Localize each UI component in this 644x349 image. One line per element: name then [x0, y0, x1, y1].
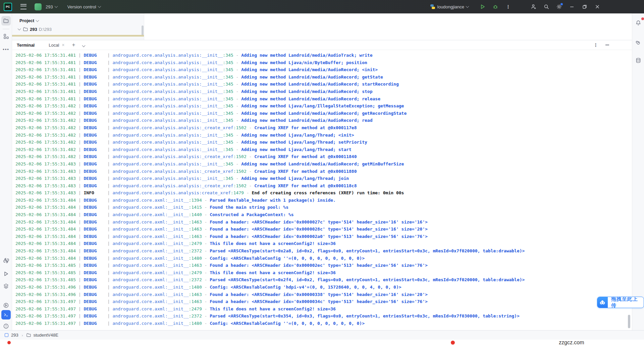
vcs-widget-label: Version control: [67, 4, 96, 9]
terminal-options-icon[interactable]: ⋮: [593, 42, 598, 48]
main-menu-icon[interactable]: [20, 4, 26, 9]
folder-icon: [26, 333, 31, 338]
log-line: 2025-02-06 17:55:31.483 | DEBUG | androg…: [15, 175, 632, 182]
terminal-tool-icon[interactable]: [1, 310, 11, 319]
upload-drop-button[interactable]: 拖拽至此上传: [597, 297, 644, 308]
tree-root-path: D:\293: [39, 27, 52, 32]
log-line: 2025-02-06 17:55:31.481 | DEBUG | androg…: [15, 59, 632, 66]
log-line: 2025-02-06 17:55:31.484 | DEBUG | androg…: [15, 255, 632, 262]
settings-gear-icon[interactable]: [554, 2, 564, 11]
services-tool-icon[interactable]: [1, 281, 11, 291]
log-line: 2025-02-06 17:55:31.481 | DEBUG | androg…: [15, 73, 632, 81]
project-switcher[interactable]: 293: [43, 3, 60, 11]
log-line: 2025-02-06 17:55:31.482 | DEBUG | androg…: [15, 124, 632, 132]
log-line: 2025-02-06 17:55:31.484 | DEBUG | androg…: [15, 247, 632, 255]
project-square-icon: [5, 333, 8, 337]
log-line: 2025-02-06 17:55:31.481 | DEBUG | androg…: [15, 81, 632, 88]
log-line: 2025-02-06 17:55:31.485 | DEBUG | androg…: [15, 276, 632, 284]
structure-tool-icon[interactable]: [1, 32, 11, 41]
log-line: 2025-02-06 17:55:31.484 | DEBUG | androg…: [15, 218, 632, 226]
project-switcher-label: 293: [46, 4, 53, 9]
notification-badge-dot: [641, 17, 644, 20]
log-line: 2025-02-06 17:55:31.484 | DEBUG | androg…: [15, 233, 632, 240]
terminal-tab-dropdown-icon[interactable]: [83, 42, 85, 48]
log-line: 2025-02-06 17:55:31.483 | DEBUG | androg…: [15, 160, 632, 168]
terminal-log[interactable]: 2025-02-06 17:55:31.481 | DEBUG | androg…: [12, 50, 632, 330]
log-lines: 2025-02-06 17:55:31.481 | DEBUG | androg…: [15, 52, 632, 327]
log-line: 2025-02-06 17:55:31.481 | DEBUG | androg…: [15, 52, 632, 59]
log-line: 2025-02-06 17:55:31.482 | DEBUG | androg…: [15, 102, 632, 110]
interpreter-selector[interactable]: loudongjiance: [427, 3, 471, 11]
tab-close-icon[interactable]: ×: [62, 43, 64, 47]
log-line: 2025-02-06 17:55:31.482 | DEBUG | androg…: [15, 110, 632, 117]
watermark: zzgcz.com: [559, 340, 584, 346]
new-terminal-tab-button[interactable]: +: [72, 42, 75, 48]
debug-button[interactable]: [491, 2, 500, 11]
problems-tool-icon[interactable]: [1, 321, 11, 331]
upload-drop-label: 拖拽至此上传: [608, 297, 644, 308]
log-line: 2025-02-06 17:55:31.484 | DEBUG | androg…: [15, 204, 632, 211]
breadcrumb-folder[interactable]: studentV48E: [33, 333, 58, 338]
database-tool-icon[interactable]: [634, 56, 643, 65]
log-line: 2025-02-06 17:55:31.484 | DEBUG | androg…: [15, 197, 632, 204]
log-line: 2025-02-06 17:55:31.482 | DEBUG | androg…: [15, 146, 632, 153]
log-line: 2025-02-06 17:55:31.497 | DEBUG | androg…: [15, 305, 632, 313]
terminal-title: Terminal: [17, 43, 35, 48]
log-line: 2025-02-06 17:55:31.485 | DEBUG | androg…: [15, 262, 632, 269]
log-line: 2025-02-06 17:55:31.484 | DEBUG | androg…: [15, 240, 632, 247]
search-icon[interactable]: [542, 2, 551, 11]
close-button[interactable]: [593, 2, 602, 11]
terminal-scrollbar-thumb[interactable]: [628, 315, 630, 328]
vcs-widget[interactable]: Version control: [65, 3, 103, 11]
hide-terminal-icon[interactable]: [605, 45, 609, 45]
project-color-badge: [35, 3, 42, 10]
log-line: 2025-02-06 17:55:31.483 | INFO | androgu…: [15, 189, 632, 197]
project-panel-hscrollbar[interactable]: [12, 35, 144, 37]
more-tool-windows-icon[interactable]: •••: [1, 44, 11, 54]
breadcrumb-project[interactable]: 293: [11, 333, 18, 338]
record-dot-center: [451, 341, 455, 345]
left-tool-stripe: •••: [0, 13, 12, 330]
pycharm-logo-icon: PC: [4, 3, 12, 11]
log-line: 2025-02-06 17:55:31.482 | DEBUG | androg…: [15, 117, 632, 124]
minimize-button[interactable]: [567, 2, 577, 11]
settings-notification-dot: [560, 3, 563, 5]
project-tool-icon[interactable]: [1, 16, 11, 26]
ai-assistant-icon[interactable]: [634, 38, 643, 48]
project-panel-header[interactable]: Project: [12, 13, 144, 23]
bottom-strip: [0, 340, 644, 349]
run-button[interactable]: [478, 2, 487, 11]
python-packages-tool-icon[interactable]: [1, 256, 11, 265]
titlebar-right-actions: loudongjiance ⋮: [427, 0, 602, 13]
run-tool-icon[interactable]: [1, 269, 11, 279]
record-dot-left: [7, 341, 11, 344]
log-line: 2025-02-06 17:55:31.482 | DEBUG | androg…: [15, 153, 632, 160]
log-line: 2025-02-06 17:55:31.496 | DEBUG | androg…: [15, 291, 632, 298]
terminal-tab-local[interactable]: Local ×: [49, 43, 64, 48]
log-line: 2025-02-06 17:55:31.483 | DEBUG | androg…: [15, 182, 632, 190]
folder-icon: [23, 27, 28, 32]
restore-button[interactable]: [580, 2, 589, 11]
terminal-tab-label: Local: [49, 43, 59, 48]
more-actions-icon[interactable]: ⋮: [503, 2, 513, 11]
terminal-header-actions: ⋮: [593, 42, 609, 48]
terminal-header: Terminal Local × + ⋮: [12, 40, 632, 50]
breadcrumb-separator: ›: [22, 333, 23, 337]
titlebar: PC 293 Version control loudongjiance ⋮: [0, 0, 644, 13]
notifications-bell-icon[interactable]: [634, 18, 643, 28]
python-console-tool-icon[interactable]: [1, 301, 11, 310]
add-user-button[interactable]: [529, 2, 538, 11]
tree-root-row[interactable]: 293 D:\293: [12, 23, 144, 32]
log-line: 2025-02-06 17:55:31.484 | DEBUG | androg…: [15, 211, 632, 218]
python-logo-icon: [430, 4, 435, 9]
log-line: 2025-02-06 17:55:31.482 | DEBUG | androg…: [15, 139, 632, 146]
log-line: 2025-02-06 17:55:31.497 | DEBUG | androg…: [15, 298, 632, 305]
chevron-down-icon: [54, 5, 58, 8]
log-line: 2025-02-06 17:55:31.481 | DEBUG | androg…: [15, 88, 632, 95]
log-line: 2025-02-06 17:55:31.497 | DEBUG | androg…: [15, 320, 632, 327]
stripe-divider: [3, 29, 9, 29]
log-line: 2025-02-06 17:55:31.481 | DEBUG | androg…: [15, 95, 632, 103]
tree-expand-icon[interactable]: [18, 27, 21, 31]
netdisk-logo-icon: [597, 297, 608, 308]
interpreter-label: loudongjiance: [437, 4, 464, 9]
